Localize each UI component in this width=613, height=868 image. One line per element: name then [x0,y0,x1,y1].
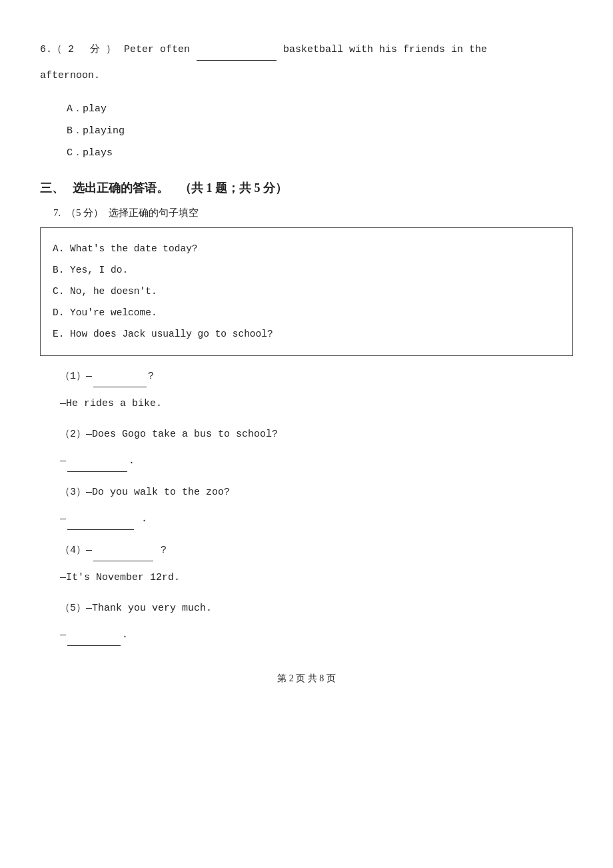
q7-sub4-qmark: ? [155,545,167,556]
q6-option-b: B．playing [67,120,573,142]
q7-sub4-answer-text: —It's November 12rd. [60,572,180,583]
q7-sub2-dash: — [60,455,66,467]
section-3-title: 选出正确的答语。 [73,181,169,195]
q7-sub2-blank [67,451,127,472]
q7-sub4-blank [93,541,153,561]
q7-sub3-num: （3）—Do you walk to the zoo? [60,487,230,498]
q6-suffix: basketball with his friends in the [283,40,487,60]
q7-sub5-blank [67,625,121,646]
q7-sub1-q: （1）— ? [60,367,573,387]
q6-options: A．play B．playing C．plays [67,98,573,164]
q7-sub1-answer: —He rides a bike. [60,394,573,414]
q6-option-b-label: B． [67,125,83,137]
q7-sub2-q: （2）—Does Gogo take a bus to school? [60,425,573,445]
q7-instruction-line: 7. （5 分） 选择正确的句子填空 [53,207,573,219]
q7-number: 7. [53,207,61,218]
q6-option-b-text: playing [83,125,125,137]
q6-option-c-label: C． [67,147,83,159]
q7-answer-box: A. What's the date today? B. Yes, I do. … [40,227,573,356]
q7-sub5-answer: — . [60,625,573,646]
question-7: 7. （5 分） 选择正确的句子填空 A. What's the date to… [40,207,573,646]
question-6: 6. （ 2 分 ） Peter often basketball with h… [40,40,573,164]
q7-sub5-q: （5）—Thank you very much. [60,599,573,619]
q7-score: （5 分） [66,207,103,218]
q7-sub3-q: （3）—Do you walk to the zoo? [60,483,573,503]
q7-sub1-answer-text: —He rides a bike. [60,398,162,409]
q6-blank [197,40,277,61]
q7-sub4-answer: —It's November 12rd. [60,568,573,588]
q7-sub3-period: . [135,513,147,525]
q6-option-c-text: plays [83,147,113,159]
q7-sub4-q: （4）— ? [60,541,573,561]
q7-instruction: 选择正确的句子填空 [109,207,199,218]
q7-sub3-answer: — . [60,509,573,530]
q7-sub5-num: （5）—Thank you very much. [60,603,212,614]
q7-sub2-period: . [129,455,135,467]
q7-box-option-d: D. You're welcome. [53,303,560,324]
q6-option-a-label: A． [67,103,83,115]
q7-sub1-qmark: ? [148,371,154,382]
section-3-header: 三、 选出正确的答语。 （共 1 题；共 5 分） [40,180,573,196]
section-3-score: （共 1 题；共 5 分） [179,181,287,195]
q6-stem-line: 6. （ 2 分 ） Peter often basketball with h… [40,40,573,61]
q7-sub5-dash: — [60,629,66,641]
q7-sub3-blank [67,509,134,530]
q7-sub5-period: . [122,629,128,641]
q7-box-option-b: B. Yes, I do. [53,260,560,281]
page-footer: 第 2 页 共 8 页 [40,673,573,685]
q7-sub2-num: （2）—Does Gogo take a bus to school? [60,429,278,440]
q7-box-option-a: A. What's the date today? [53,239,560,260]
q6-option-a: A．play [67,98,573,120]
q6-option-c: C．plays [67,142,573,164]
q6-option-a-text: play [83,103,107,115]
q6-afternoon: afternoon. [40,66,573,86]
q7-sub1-blank [93,367,147,387]
q6-score: （ 2 分 ） [52,40,116,60]
q6-prefix: Peter often [124,40,190,60]
q7-sub3-dash: — [60,513,66,525]
q7-box-option-c: C. No, he doesn't. [53,281,560,303]
q7-sub1-num: （1）— [60,371,92,382]
footer-text: 第 2 页 共 8 页 [277,673,336,683]
q7-box-option-e: E. How does Jack usually go to school? [53,324,560,345]
section-3-number: 三、 [40,181,64,195]
q7-sub4-num: （4）— [60,545,92,556]
q7-sub2-answer: — . [60,451,573,472]
q6-number: 6. [40,40,52,60]
